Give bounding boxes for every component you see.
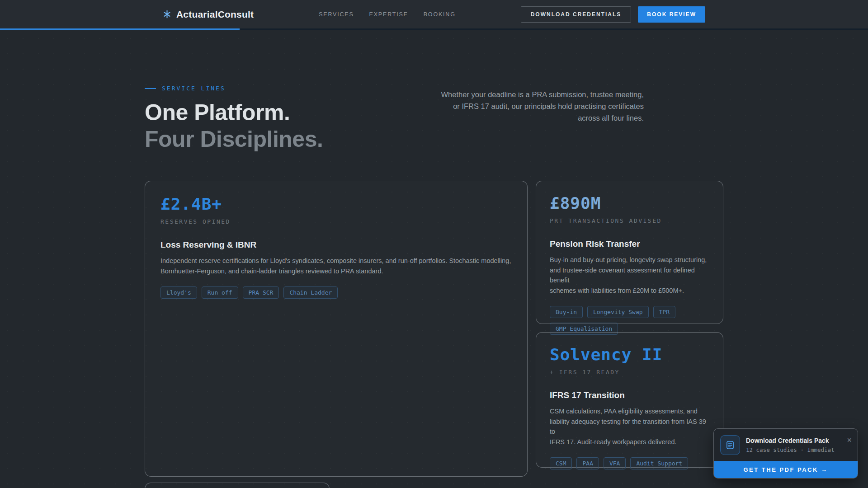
card-tags: Lloyd's Run-off PRA SCR Chain-Ladder [160, 286, 512, 299]
tag: CSM [550, 457, 572, 469]
close-icon[interactable]: × [847, 436, 852, 444]
card-stat-label: + IFRS 17 READY [550, 369, 709, 375]
services-grid: £2.4B+ RESERVES OPINED Loss Reserving & … [145, 181, 723, 477]
tag: Audit Support [630, 457, 688, 469]
hero-section: SERVICE LINES One Platform. Four Discipl… [145, 0, 723, 477]
card-title: IFRS 17 Transition [550, 390, 709, 400]
toast-cta-button[interactable]: GET THE PDF PACK → [714, 461, 858, 478]
tag: PAA [576, 457, 599, 469]
tag: Chain-Ladder [283, 286, 338, 299]
tag: Lloyd's [160, 286, 197, 299]
tag: TPR [653, 306, 675, 318]
tag: VFA [604, 457, 626, 469]
eyebrow-dash [145, 88, 156, 89]
document-icon [726, 441, 735, 450]
service-card-loss-reserving: £2.4B+ RESERVES OPINED Loss Reserving & … [145, 181, 528, 477]
card-tags: CSM PAA VFA Audit Support [550, 457, 709, 469]
service-card-pension-risk-transfer: £890M PRT TRANSACTIONS ADVISED Pension R… [536, 181, 723, 324]
partial-card [145, 483, 330, 488]
card-description: Independent reserve certifications for L… [160, 256, 512, 276]
card-description: CSM calculations, PAA eligibility assess… [550, 406, 709, 447]
card-stat: £2.4B+ [160, 195, 512, 213]
toast-download-credentials: Download Credentials Pack 12 case studie… [713, 428, 858, 479]
toast-title: Download Credentials Pack [746, 437, 835, 444]
toast-subtitle: 12 case studies · Immediat… [746, 446, 835, 453]
toast-text: Download Credentials Pack 12 case studie… [746, 437, 835, 453]
tag: Run-off [202, 286, 238, 299]
toast-body: Download Credentials Pack 12 case studie… [714, 429, 858, 461]
toast-icon-box [720, 435, 740, 455]
hero-intro: Whether your deadline is a PRA submissio… [427, 89, 644, 124]
card-stat-label: PRT TRANSACTIONS ADVISED [550, 217, 709, 224]
card-tags: Buy-in Longevity Swap TPR GMP Equalisati… [550, 306, 709, 335]
service-card-ifrs17-transition: Solvency II + IFRS 17 READY IFRS 17 Tran… [536, 332, 723, 468]
card-stat: £890M [550, 194, 709, 212]
eyebrow-label: SERVICE LINES [162, 85, 226, 92]
tag: PRA SCR [243, 286, 279, 299]
card-title: Loss Reserving & IBNR [160, 240, 512, 250]
card-description: Buy-in and buy-out pricing, longevity sw… [550, 255, 709, 296]
tag: Buy-in [550, 306, 583, 318]
tag: Longevity Swap [587, 306, 649, 318]
card-stat-label: RESERVES OPINED [160, 218, 512, 225]
card-stat: Solvency II [550, 345, 709, 364]
card-title: Pension Risk Transfer [550, 239, 709, 249]
page-title-line2: Four Disciplines. [145, 126, 723, 153]
